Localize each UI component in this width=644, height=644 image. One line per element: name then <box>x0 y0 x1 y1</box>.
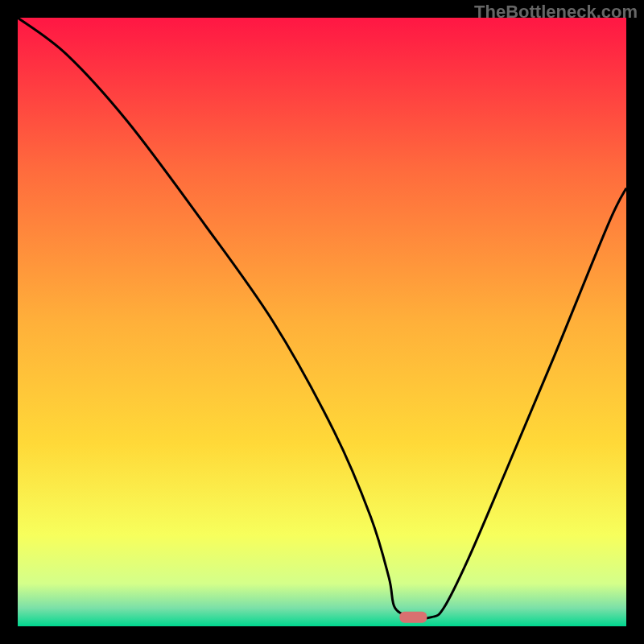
optimal-marker <box>399 612 427 623</box>
watermark-text: TheBottleneck.com <box>474 2 638 23</box>
chart-container: TheBottleneck.com <box>0 0 644 644</box>
gradient-background <box>18 18 626 626</box>
bottleneck-chart <box>0 0 644 644</box>
